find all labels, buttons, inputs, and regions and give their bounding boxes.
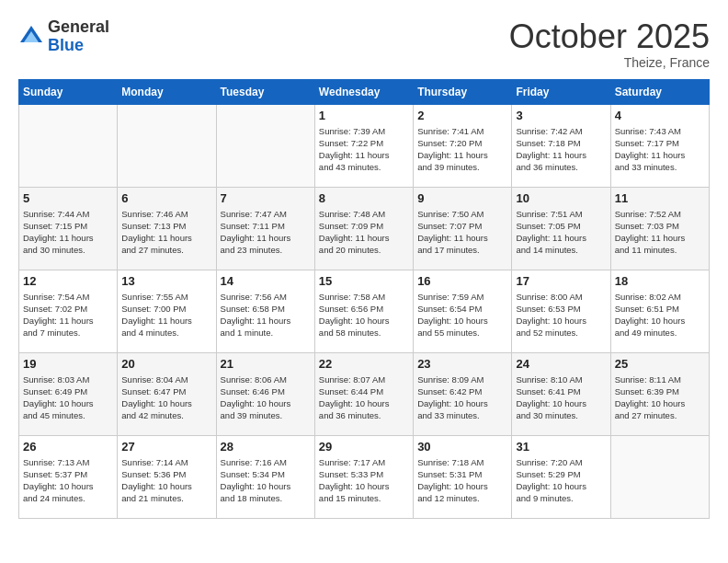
day-number: 9 bbox=[417, 191, 507, 205]
table-row bbox=[216, 104, 314, 187]
weekday-header: Friday bbox=[512, 79, 610, 104]
table-row: 6Sunrise: 7:46 AM Sunset: 7:13 PM Daylig… bbox=[118, 187, 216, 270]
table-row: 2Sunrise: 7:41 AM Sunset: 7:20 PM Daylig… bbox=[414, 104, 512, 187]
day-info: Sunrise: 8:02 AM Sunset: 6:51 PM Dayligh… bbox=[615, 291, 705, 339]
table-row: 15Sunrise: 7:58 AM Sunset: 6:56 PM Dayli… bbox=[314, 270, 413, 352]
day-number: 25 bbox=[615, 357, 705, 371]
table-row bbox=[118, 104, 216, 187]
day-info: Sunrise: 8:10 AM Sunset: 6:41 PM Dayligh… bbox=[516, 373, 606, 422]
table-row: 8Sunrise: 7:48 AM Sunset: 7:09 PM Daylig… bbox=[314, 187, 413, 270]
table-row: 22Sunrise: 8:07 AM Sunset: 6:44 PM Dayli… bbox=[314, 352, 413, 435]
day-info: Sunrise: 7:16 AM Sunset: 5:34 PM Dayligh… bbox=[221, 456, 311, 505]
day-number: 24 bbox=[516, 357, 606, 371]
logo-blue: Blue bbox=[48, 36, 84, 54]
day-info: Sunrise: 7:50 AM Sunset: 7:07 PM Dayligh… bbox=[417, 208, 507, 257]
day-info: Sunrise: 8:03 AM Sunset: 6:49 PM Dayligh… bbox=[23, 373, 113, 422]
day-number: 13 bbox=[121, 274, 211, 288]
day-info: Sunrise: 7:14 AM Sunset: 5:36 PM Dayligh… bbox=[121, 456, 211, 505]
table-row: 9Sunrise: 7:50 AM Sunset: 7:07 PM Daylig… bbox=[414, 187, 512, 270]
day-number: 3 bbox=[516, 109, 606, 122]
table-row: 14Sunrise: 7:56 AM Sunset: 6:58 PM Dayli… bbox=[216, 270, 314, 352]
table-row: 19Sunrise: 8:03 AM Sunset: 6:49 PM Dayli… bbox=[19, 352, 118, 435]
table-row: 26Sunrise: 7:13 AM Sunset: 5:37 PM Dayli… bbox=[19, 435, 118, 518]
day-number: 12 bbox=[23, 274, 113, 288]
day-info: Sunrise: 7:54 AM Sunset: 7:02 PM Dayligh… bbox=[23, 291, 113, 339]
calendar-body: 1Sunrise: 7:39 AM Sunset: 7:22 PM Daylig… bbox=[19, 104, 710, 518]
table-row: 7Sunrise: 7:47 AM Sunset: 7:11 PM Daylig… bbox=[216, 187, 314, 270]
table-row: 30Sunrise: 7:18 AM Sunset: 5:31 PM Dayli… bbox=[414, 435, 512, 518]
table-row: 4Sunrise: 7:43 AM Sunset: 7:17 PM Daylig… bbox=[610, 104, 709, 187]
table-row: 10Sunrise: 7:51 AM Sunset: 7:05 PM Dayli… bbox=[512, 187, 610, 270]
weekday-header: Monday bbox=[118, 79, 216, 104]
weekday-row: SundayMondayTuesdayWednesdayThursdayFrid… bbox=[19, 79, 710, 104]
table-row: 21Sunrise: 8:06 AM Sunset: 6:46 PM Dayli… bbox=[216, 352, 314, 435]
table-row: 12Sunrise: 7:54 AM Sunset: 7:02 PM Dayli… bbox=[19, 270, 118, 352]
day-info: Sunrise: 7:39 AM Sunset: 7:22 PM Dayligh… bbox=[319, 125, 409, 174]
calendar-week-row: 5Sunrise: 7:44 AM Sunset: 7:15 PM Daylig… bbox=[19, 187, 710, 270]
day-number: 7 bbox=[221, 191, 311, 205]
page-header: General Blue October 2025 Theize, France bbox=[18, 18, 710, 70]
table-row: 25Sunrise: 8:11 AM Sunset: 6:39 PM Dayli… bbox=[610, 352, 709, 435]
day-info: Sunrise: 7:44 AM Sunset: 7:15 PM Dayligh… bbox=[23, 208, 113, 257]
day-number: 16 bbox=[417, 274, 507, 288]
day-number: 22 bbox=[319, 357, 409, 371]
table-row bbox=[610, 435, 709, 518]
weekday-header: Tuesday bbox=[216, 79, 314, 104]
day-number: 10 bbox=[516, 191, 606, 205]
day-number: 30 bbox=[417, 440, 507, 454]
day-number: 4 bbox=[615, 109, 705, 122]
weekday-header: Thursday bbox=[414, 79, 512, 104]
day-info: Sunrise: 7:41 AM Sunset: 7:20 PM Dayligh… bbox=[417, 125, 507, 174]
location: Theize, France bbox=[509, 55, 710, 70]
logo-icon bbox=[18, 24, 44, 50]
table-row: 28Sunrise: 7:16 AM Sunset: 5:34 PM Dayli… bbox=[216, 435, 314, 518]
logo-general: General bbox=[48, 17, 109, 36]
table-row: 31Sunrise: 7:20 AM Sunset: 5:29 PM Dayli… bbox=[512, 435, 610, 518]
calendar-table: SundayMondayTuesdayWednesdayThursdayFrid… bbox=[18, 79, 710, 519]
day-number: 21 bbox=[221, 357, 311, 371]
day-info: Sunrise: 7:18 AM Sunset: 5:31 PM Dayligh… bbox=[417, 456, 507, 505]
day-info: Sunrise: 7:59 AM Sunset: 6:54 PM Dayligh… bbox=[417, 291, 507, 339]
day-info: Sunrise: 7:20 AM Sunset: 5:29 PM Dayligh… bbox=[516, 456, 606, 505]
table-row: 29Sunrise: 7:17 AM Sunset: 5:33 PM Dayli… bbox=[314, 435, 413, 518]
day-number: 11 bbox=[615, 191, 705, 205]
table-row: 20Sunrise: 8:04 AM Sunset: 6:47 PM Dayli… bbox=[118, 352, 216, 435]
table-row: 13Sunrise: 7:55 AM Sunset: 7:00 PM Dayli… bbox=[118, 270, 216, 352]
calendar-week-row: 12Sunrise: 7:54 AM Sunset: 7:02 PM Dayli… bbox=[19, 270, 710, 352]
day-info: Sunrise: 7:17 AM Sunset: 5:33 PM Dayligh… bbox=[319, 456, 409, 505]
day-number: 5 bbox=[23, 191, 113, 205]
day-number: 27 bbox=[121, 440, 211, 454]
logo: General Blue bbox=[18, 18, 109, 55]
calendar-header: SundayMondayTuesdayWednesdayThursdayFrid… bbox=[19, 79, 710, 104]
weekday-header: Sunday bbox=[19, 79, 118, 104]
day-info: Sunrise: 7:43 AM Sunset: 7:17 PM Dayligh… bbox=[615, 125, 705, 174]
table-row: 5Sunrise: 7:44 AM Sunset: 7:15 PM Daylig… bbox=[19, 187, 118, 270]
day-info: Sunrise: 7:48 AM Sunset: 7:09 PM Dayligh… bbox=[319, 208, 409, 257]
table-row: 24Sunrise: 8:10 AM Sunset: 6:41 PM Dayli… bbox=[512, 352, 610, 435]
day-info: Sunrise: 7:47 AM Sunset: 7:11 PM Dayligh… bbox=[221, 208, 311, 257]
day-number: 6 bbox=[121, 191, 211, 205]
day-number: 20 bbox=[121, 357, 211, 371]
day-info: Sunrise: 8:00 AM Sunset: 6:53 PM Dayligh… bbox=[516, 291, 606, 339]
day-number: 23 bbox=[417, 357, 507, 371]
day-number: 19 bbox=[23, 357, 113, 371]
day-info: Sunrise: 7:56 AM Sunset: 6:58 PM Dayligh… bbox=[221, 291, 311, 339]
table-row: 17Sunrise: 8:00 AM Sunset: 6:53 PM Dayli… bbox=[512, 270, 610, 352]
calendar-week-row: 1Sunrise: 7:39 AM Sunset: 7:22 PM Daylig… bbox=[19, 104, 710, 187]
day-info: Sunrise: 8:11 AM Sunset: 6:39 PM Dayligh… bbox=[615, 373, 705, 422]
day-info: Sunrise: 8:06 AM Sunset: 6:46 PM Dayligh… bbox=[221, 373, 311, 422]
day-info: Sunrise: 8:09 AM Sunset: 6:42 PM Dayligh… bbox=[417, 373, 507, 422]
logo-text: General Blue bbox=[48, 18, 109, 55]
weekday-header: Saturday bbox=[610, 79, 709, 104]
title-block: October 2025 Theize, France bbox=[509, 18, 710, 70]
day-number: 17 bbox=[516, 274, 606, 288]
table-row bbox=[19, 104, 118, 187]
day-info: Sunrise: 7:55 AM Sunset: 7:00 PM Dayligh… bbox=[121, 291, 211, 339]
day-number: 31 bbox=[516, 440, 606, 454]
day-number: 1 bbox=[319, 109, 409, 122]
day-number: 28 bbox=[221, 440, 311, 454]
table-row: 16Sunrise: 7:59 AM Sunset: 6:54 PM Dayli… bbox=[414, 270, 512, 352]
day-info: Sunrise: 7:42 AM Sunset: 7:18 PM Dayligh… bbox=[516, 125, 606, 174]
day-info: Sunrise: 8:07 AM Sunset: 6:44 PM Dayligh… bbox=[319, 373, 409, 422]
day-number: 2 bbox=[417, 109, 507, 122]
